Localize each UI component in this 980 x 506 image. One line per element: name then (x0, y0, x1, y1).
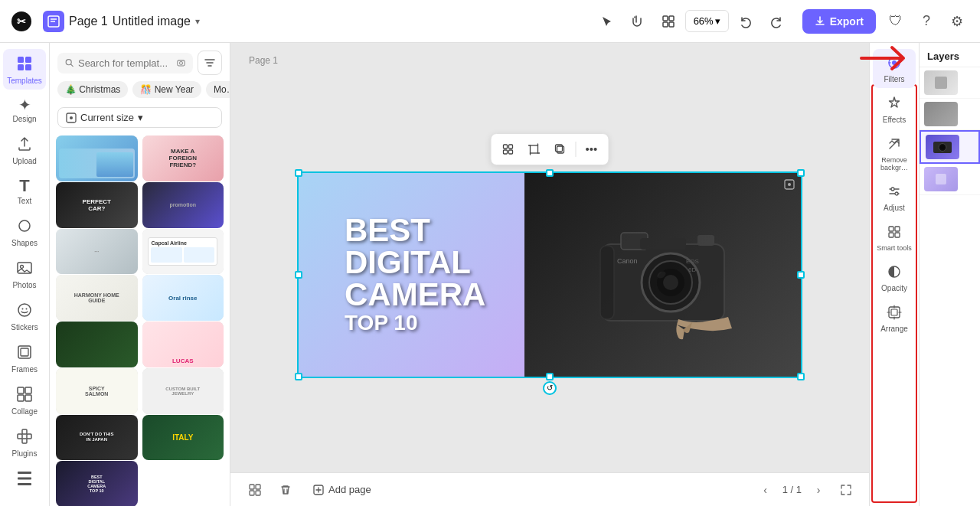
grid-layout-button[interactable] (496, 137, 521, 162)
title-chevron-icon[interactable]: ▾ (195, 16, 200, 27)
svg-rect-21 (18, 387, 24, 393)
template-card[interactable]: SPICYSALMON (56, 368, 138, 414)
template-card[interactable] (56, 135, 138, 181)
sidebar-label-text: Text (18, 197, 31, 205)
sidebar-bottom-icon[interactable] (3, 464, 46, 500)
shield-icon-button[interactable]: 🛡 (882, 8, 910, 35)
template-card[interactable]: CUSTOM BUILTJEWELRY (142, 368, 224, 414)
svg-point-16 (18, 304, 31, 316)
prev-page-button[interactable]: ‹ (755, 479, 776, 501)
svg-rect-63 (256, 491, 260, 495)
edit-tool-arrange[interactable]: Arrange (873, 299, 916, 338)
layer-item[interactable] (920, 67, 980, 99)
sidebar-label-templates: Templates (7, 77, 42, 85)
sidebar-item-shapes[interactable]: Shapes (3, 211, 46, 252)
sidebar-item-templates[interactable]: Templates (3, 49, 46, 90)
fullscreen-button[interactable] (835, 479, 857, 501)
layers-panel: Layers (919, 43, 980, 506)
page-indicator: 1 / 1 (782, 484, 802, 495)
filter-button[interactable] (198, 51, 222, 75)
svg-rect-7 (663, 22, 668, 27)
edit-tool-opacity[interactable]: Opacity (873, 258, 916, 297)
svg-rect-23 (18, 395, 24, 401)
text-line4: TOP 10 (345, 311, 485, 335)
redo-button[interactable] (763, 8, 790, 35)
template-card[interactable]: Capcal Airline (142, 229, 224, 275)
svg-rect-12 (25, 64, 31, 70)
search-input[interactable] (78, 57, 172, 69)
template-card[interactable]: ··· (56, 229, 138, 275)
sidebar-item-design[interactable]: ✦ Design (3, 91, 46, 128)
sidebar-label-plugins: Plugins (12, 449, 38, 458)
search-box[interactable] (57, 53, 193, 73)
tag-christmas[interactable]: 🎄 Christmas (57, 81, 128, 98)
next-page-button[interactable]: › (808, 479, 829, 501)
more-options-button[interactable]: ••• (580, 137, 604, 162)
add-page-button[interactable]: Add page (304, 479, 381, 500)
undo-button[interactable] (732, 8, 760, 35)
templates-icon (16, 55, 33, 74)
help-icon-button[interactable]: ? (913, 8, 940, 35)
handle-top-right[interactable] (797, 169, 805, 177)
edit-tool-smart[interactable]: Smart tools (873, 218, 916, 256)
search-area (50, 43, 230, 75)
duplicate-button[interactable] (548, 137, 573, 162)
template-card[interactable]: BESTDIGITALCAMERATOP 10 (56, 461, 138, 506)
canvas-image[interactable]: Canon EOS 6D (297, 171, 802, 378)
sidebar-item-frames[interactable]: Frames (3, 338, 46, 378)
handle-bottom-center[interactable] (546, 373, 554, 380)
sidebar-item-stickers[interactable]: Stickers (3, 295, 46, 336)
tag-more[interactable]: Mo… (206, 81, 230, 98)
document-title[interactable]: Page 1 (69, 15, 108, 28)
layout-tool-button[interactable] (655, 8, 682, 35)
sidebar-item-collage[interactable]: Collage (3, 380, 46, 420)
zoom-control[interactable]: 66% ▾ (685, 10, 729, 32)
extra-icon (16, 470, 33, 489)
template-card[interactable]: MAKE AFOREIGNFRIEND? (142, 135, 224, 181)
rotate-handle[interactable]: ↺ (543, 381, 557, 395)
doc-type-icon (43, 11, 64, 32)
edit-tool-effects[interactable]: Effects (873, 90, 916, 129)
template-card[interactable]: Oral rinse (142, 275, 224, 321)
select-tool-button[interactable] (593, 8, 621, 35)
template-card[interactable]: LUCAS (142, 322, 224, 367)
sidebar-item-upload[interactable]: Upload (3, 129, 46, 170)
edit-tool-remove-bg[interactable]: Remove backgr… (873, 130, 916, 176)
svg-rect-60 (250, 485, 254, 489)
svg-point-15 (21, 266, 24, 269)
handle-bottom-right[interactable] (797, 373, 805, 380)
current-size-button[interactable]: Current size ▾ (57, 107, 222, 128)
grid-view-button[interactable] (243, 478, 267, 502)
layer-item-active[interactable] (920, 130, 980, 164)
edit-tool-adjust[interactable]: Adjust (873, 178, 916, 217)
layer-item[interactable] (920, 99, 980, 130)
app-logo[interactable]: ✂ (9, 9, 34, 34)
export-button[interactable]: Export (802, 9, 876, 34)
template-card[interactable]: HARMONY HOMEGUIDE (56, 275, 138, 321)
handle-bottom-left[interactable] (295, 373, 302, 380)
sidebar-item-extra[interactable] (3, 464, 46, 494)
layer-item[interactable] (920, 164, 980, 195)
sidebar-item-plugins[interactable]: Plugins (3, 422, 46, 462)
handle-top-left[interactable] (295, 169, 302, 177)
text-icon: T (19, 178, 29, 194)
handle-top-center[interactable] (546, 169, 554, 177)
sidebar-item-text[interactable]: T Text (3, 171, 46, 210)
template-card[interactable]: PERFECTCAR? (56, 182, 138, 228)
document-name[interactable]: Untitled image (113, 15, 191, 28)
template-card[interactable] (56, 322, 138, 367)
main-layout: Templates ✦ Design Upload T Text Shapes (0, 43, 980, 506)
handle-middle-right[interactable] (797, 271, 805, 279)
page-label: Page 1 (249, 55, 278, 66)
template-card[interactable]: promotion (142, 182, 224, 228)
template-card[interactable]: DON'T DO THISIN JAPAN (56, 415, 138, 461)
hand-tool-button[interactable] (624, 8, 652, 35)
template-card[interactable]: ITALY (142, 415, 224, 461)
svg-rect-20 (21, 348, 28, 356)
delete-button[interactable] (273, 478, 298, 502)
sidebar-item-photos[interactable]: Photos (3, 253, 46, 294)
settings-icon-button[interactable]: ⚙ (943, 8, 971, 35)
current-size-icon (66, 113, 77, 123)
crop-button[interactable] (522, 137, 547, 162)
tag-new-year[interactable]: 🎊 New Year (132, 81, 201, 98)
